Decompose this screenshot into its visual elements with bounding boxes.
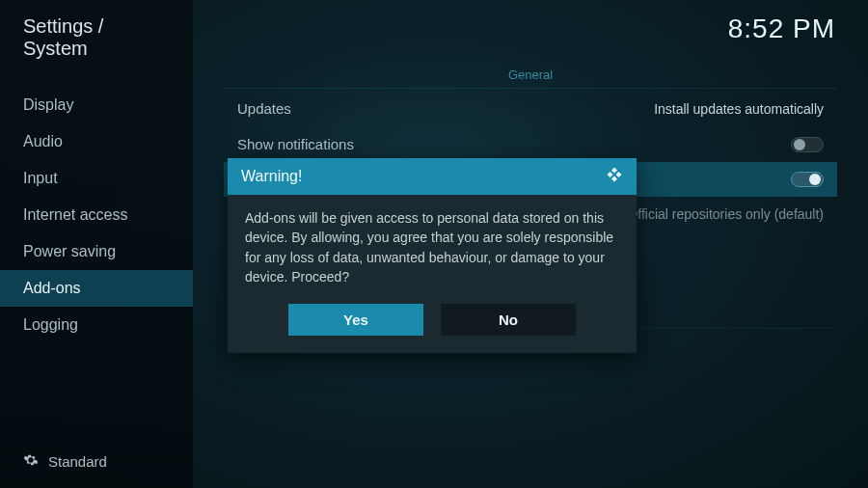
dialog-title-bar: Warning!	[228, 158, 637, 195]
setting-updates[interactable]: Updates Install updates automatically	[224, 91, 837, 126]
breadcrumb: Settings / System	[0, 15, 193, 87]
setting-updates-value: Install updates automatically	[654, 101, 824, 117]
dialog-body: Add-ons will be given access to personal…	[228, 195, 637, 296]
sidebar: Settings / System Display Audio Input In…	[0, 0, 193, 488]
setting-show-notifications[interactable]: Show notifications	[224, 126, 837, 162]
toggle-unknown-sources[interactable]	[791, 172, 824, 187]
setting-update-sources-value: Official repositories only (default)	[627, 206, 824, 222]
toggle-show-notifications[interactable]	[791, 137, 824, 152]
kodi-icon	[606, 166, 623, 187]
no-button[interactable]: No	[441, 304, 576, 336]
setting-updates-label: Updates	[237, 100, 654, 117]
settings-level[interactable]: Standard	[0, 435, 193, 488]
clock: 8:52 PM	[728, 14, 835, 44]
sidebar-item-add-ons[interactable]: Add-ons	[0, 270, 193, 307]
yes-button[interactable]: Yes	[288, 304, 423, 336]
settings-level-label: Standard	[48, 453, 107, 470]
section-header-general: General	[224, 62, 837, 89]
sidebar-item-power-saving[interactable]: Power saving	[0, 233, 193, 270]
sidebar-item-internet-access[interactable]: Internet access	[0, 197, 193, 233]
sidebar-item-display[interactable]: Display	[0, 87, 193, 123]
setting-show-notifications-label: Show notifications	[237, 136, 791, 152]
sidebar-item-logging[interactable]: Logging	[0, 307, 193, 343]
gear-icon	[23, 452, 39, 471]
sidebar-item-input[interactable]: Input	[0, 160, 193, 197]
sidebar-item-audio[interactable]: Audio	[0, 123, 193, 160]
dialog-title: Warning!	[241, 168, 302, 185]
warning-dialog: Warning! Add-ons will be given access to…	[228, 158, 637, 353]
